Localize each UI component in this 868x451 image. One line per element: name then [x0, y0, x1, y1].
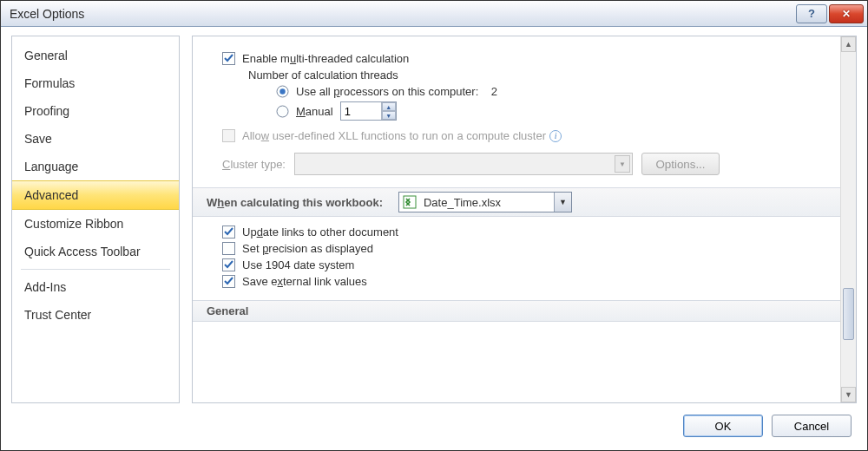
sidebar-item-advanced[interactable]: Advanced [12, 180, 179, 210]
scroll-down-arrow[interactable]: ▼ [841, 387, 856, 402]
update-links-checkbox[interactable] [222, 226, 235, 239]
section-when-calculating: When calculating this workbook: Date_Tim… [193, 187, 856, 217]
manual-threads-spinner[interactable]: ▲ ▼ [340, 101, 397, 121]
use-all-processors-radio[interactable] [276, 85, 289, 98]
use-all-processors-label: Use all processors on this computer: 2 [296, 85, 497, 98]
save-external-row: Save external link values [222, 275, 832, 288]
use-1904-label: Use 1904 date system [242, 258, 354, 271]
spinner-down[interactable]: ▼ [382, 111, 396, 120]
scroll-thumb[interactable] [843, 288, 854, 340]
save-external-checkbox[interactable] [222, 275, 235, 288]
cluster-options-button: Options... [641, 153, 720, 175]
sidebar-item-proofing[interactable]: Proofing [12, 97, 179, 125]
help-button[interactable]: ? [796, 4, 827, 23]
sidebar-item-general[interactable]: General [12, 42, 179, 69]
enable-multithreaded-checkbox[interactable] [222, 52, 235, 65]
sidebar-item-formulas[interactable]: Formulas [12, 69, 179, 97]
section-header-label: General [207, 304, 248, 317]
window-buttons: ? ✕ [794, 4, 864, 23]
threads-count-label: Number of calculation threads [248, 69, 832, 82]
sidebar-item-save[interactable]: Save [12, 125, 179, 153]
cluster-type-select: ▼ [294, 153, 633, 175]
chevron-down-icon[interactable]: ▼ [554, 193, 571, 212]
close-button[interactable]: ✕ [829, 4, 864, 23]
set-precision-row: Set precision as displayed [222, 242, 832, 255]
vertical-scrollbar[interactable]: ▲ ▼ [840, 36, 856, 402]
sidebar-item-language[interactable]: Language [12, 153, 179, 180]
sidebar-label: Trust Center [24, 308, 91, 322]
chevron-down-icon: ▼ [615, 155, 630, 173]
info-icon[interactable]: i [549, 130, 562, 142]
sidebar-label: Save [24, 132, 52, 146]
category-sidebar: General Formulas Proofing Save Language … [11, 36, 180, 403]
options-panel: Enable multi-threaded calculation Number… [192, 36, 857, 403]
dialog-footer: OK Cancel [1, 409, 867, 443]
sidebar-item-trust-center[interactable]: Trust Center [12, 301, 179, 329]
workbook-select[interactable]: Date_Time.xlsx ▼ [398, 192, 572, 212]
section-header-label: When calculating this workbook: [207, 196, 383, 209]
scroll-up-arrow[interactable]: ▲ [841, 36, 856, 52]
xll-cluster-checkbox [222, 129, 235, 142]
sidebar-label: Proofing [24, 104, 69, 118]
excel-file-icon [399, 195, 420, 209]
help-icon: ? [808, 7, 815, 20]
svg-rect-4 [223, 130, 235, 142]
update-links-row: Update links to other document [222, 226, 832, 239]
sidebar-item-add-ins[interactable]: Add-Ins [12, 273, 179, 301]
sidebar-label: General [24, 49, 68, 62]
manual-threads-input[interactable] [341, 102, 381, 120]
svg-point-3 [277, 106, 288, 117]
cancel-button[interactable]: Cancel [772, 415, 852, 437]
manual-threads-radio[interactable] [276, 105, 289, 118]
xll-cluster-row: Allow user-defined XLL functions to run … [222, 129, 832, 142]
workbook-select-value: Date_Time.xlsx [420, 196, 554, 209]
manual-threads-label: Manual [296, 105, 333, 118]
set-precision-label: Set precision as displayed [242, 242, 373, 255]
save-external-label: Save external link values [242, 275, 367, 288]
dialog-body: General Formulas Proofing Save Language … [1, 27, 867, 409]
sidebar-label: Formulas [24, 76, 75, 90]
processor-count: 2 [491, 85, 497, 98]
sidebar-item-customize-ribbon[interactable]: Customize Ribbon [12, 210, 179, 238]
section-general: General [193, 300, 856, 322]
sidebar-label: Language [24, 160, 78, 173]
sidebar-separator [21, 269, 170, 270]
enable-multithreaded-row: Enable multi-threaded calculation [222, 52, 832, 65]
ok-button[interactable]: OK [683, 415, 763, 437]
window-title: Excel Options [10, 7, 84, 21]
sidebar-item-quick-access-toolbar[interactable]: Quick Access Toolbar [12, 238, 179, 265]
sidebar-label: Quick Access Toolbar [24, 245, 141, 258]
manual-threads-row: Manual ▲ ▼ [276, 101, 832, 121]
use-1904-checkbox[interactable] [222, 258, 235, 271]
svg-rect-7 [223, 243, 235, 255]
cluster-type-label: Cluster type: [222, 158, 286, 171]
use-1904-row: Use 1904 date system [222, 258, 832, 271]
spinner-up[interactable]: ▲ [382, 102, 396, 111]
set-precision-checkbox[interactable] [222, 242, 235, 255]
svg-point-2 [279, 88, 285, 94]
cluster-type-row: Cluster type: ▼ Options... [222, 153, 832, 175]
sidebar-label: Customize Ribbon [24, 217, 123, 231]
xll-cluster-label: Allow user-defined XLL functions to run … [242, 129, 546, 142]
enable-multithreaded-label: Enable multi-threaded calculation [242, 52, 409, 65]
use-all-processors-row: Use all processors on this computer: 2 [276, 85, 832, 98]
sidebar-label: Add-Ins [24, 280, 66, 294]
close-icon: ✕ [842, 8, 851, 20]
update-links-label: Update links to other document [242, 226, 398, 239]
sidebar-label: Advanced [24, 188, 78, 202]
title-bar: Excel Options ? ✕ [1, 1, 867, 27]
